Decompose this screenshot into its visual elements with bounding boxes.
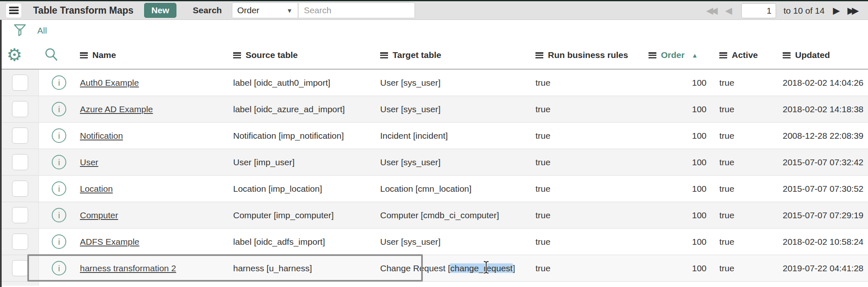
personalize-list-gear-icon[interactable]: ⚙: [7, 46, 22, 64]
row-checkbox[interactable]: [12, 260, 28, 276]
updated-cell: 2015-07-07 07:30:52: [779, 184, 868, 194]
hamburger-icon: [9, 7, 19, 8]
run-business-rules-cell: true: [535, 104, 648, 114]
row-checkbox[interactable]: [12, 154, 28, 170]
row-checkbox[interactable]: [12, 101, 28, 117]
search-label: Search: [193, 5, 222, 15]
info-icon[interactable]: i: [52, 155, 66, 169]
pagination: ◀◀ ◀ to 10 of 14 ▶ ▶▶: [705, 1, 860, 20]
row-checkbox[interactable]: [12, 207, 28, 223]
magnifier-icon: [44, 47, 59, 62]
source-table-cell: Notification [imp_notification]: [232, 131, 379, 141]
list-search-icon[interactable]: [44, 47, 59, 63]
search-column-selected-value: Order: [237, 5, 287, 15]
order-cell: 100: [648, 78, 711, 88]
target-table-cell: Change Request [change_request]: [379, 263, 535, 273]
row-checkbox[interactable]: [12, 75, 28, 91]
column-menu-icon: [783, 52, 791, 58]
search-input[interactable]: [298, 2, 415, 18]
updated-cell: 2018-02-02 14:04:26: [779, 78, 868, 88]
order-cell: 100: [648, 131, 711, 141]
list-header: Table Transform Maps New Search Order ▼ …: [0, 1, 868, 20]
page-title: Table Transform Maps: [33, 5, 133, 16]
info-icon[interactable]: i: [52, 75, 66, 90]
table-row: i Azure AD Example label [oidc_azure_ad_…: [2, 96, 868, 123]
target-table-cell: Incident [incident]: [379, 131, 535, 141]
record-link[interactable]: Computer: [80, 210, 118, 220]
target-table-cell: Computer [cmdb_ci_computer]: [379, 210, 535, 220]
record-link[interactable]: Location: [80, 184, 113, 193]
breadcrumb-all-link[interactable]: All: [37, 26, 47, 36]
column-menu-icon: [233, 52, 241, 58]
row-checkbox[interactable]: [12, 181, 28, 197]
order-cell: 100: [648, 210, 711, 220]
filter-funnel-icon[interactable]: [13, 24, 27, 38]
record-link[interactable]: Azure AD Example: [80, 104, 153, 114]
info-icon[interactable]: i: [52, 208, 66, 222]
order-cell: 100: [648, 237, 711, 247]
column-menu-icon: [380, 52, 388, 58]
column-header-run-business-rules[interactable]: Run business rules: [535, 50, 628, 60]
row-checkbox[interactable]: [12, 234, 28, 250]
table-row: i Computer Computer [imp_computer] Compu…: [2, 202, 868, 229]
target-table-cell: User [sys_user]: [379, 237, 535, 247]
column-menu-icon: [719, 52, 727, 58]
source-table-cell: label [oidc_azure_ad_import]: [232, 104, 379, 114]
record-link[interactable]: Notification: [80, 131, 123, 140]
search-column-select[interactable]: Order ▼: [232, 2, 298, 18]
sort-ascending-icon: ▲: [692, 52, 698, 59]
record-link[interactable]: Auth0 Example: [80, 78, 139, 87]
breadcrumb: All: [2, 20, 868, 41]
next-row-partial: [2, 282, 868, 286]
column-header-target-table[interactable]: Target table: [379, 50, 441, 60]
updated-cell: 2018-02-02 14:18:38: [779, 104, 868, 114]
record-link[interactable]: ADFS Example: [80, 237, 140, 246]
active-cell: true: [711, 104, 779, 114]
record-link[interactable]: User: [80, 157, 98, 167]
order-cell: 100: [648, 104, 711, 114]
info-icon[interactable]: i: [52, 128, 66, 143]
column-header-active[interactable]: Active: [711, 50, 758, 60]
info-icon[interactable]: i: [52, 234, 66, 249]
active-cell: true: [711, 131, 779, 141]
source-table-cell: label [oidc_auth0_import]: [232, 78, 379, 88]
info-icon[interactable]: i: [52, 181, 66, 196]
last-page-button[interactable]: ▶▶: [846, 5, 860, 16]
new-button[interactable]: New: [144, 3, 176, 18]
column-header-name[interactable]: Name: [79, 50, 116, 60]
info-icon[interactable]: i: [52, 102, 66, 116]
source-table-cell: User [imp_user]: [232, 157, 379, 167]
run-business-rules-cell: true: [535, 157, 648, 167]
active-cell: true: [711, 157, 779, 167]
order-cell: 100: [648, 157, 711, 167]
column-header-source-table[interactable]: Source table: [232, 50, 298, 60]
table-row: i Auth0 Example label [oidc_auth0_import…: [2, 70, 868, 96]
table-transform-maps-screen: Table Transform Maps New Search Order ▼ …: [0, 0, 868, 287]
run-business-rules-cell: true: [535, 78, 648, 88]
pagination-range-label: to 10 of 14: [784, 6, 825, 16]
selected-text: change_request: [450, 263, 513, 273]
next-page-button[interactable]: ▶: [832, 5, 841, 16]
table-row-selected: i harness transformation 2 harness [u_ha…: [2, 255, 868, 282]
page-number-input[interactable]: [741, 3, 776, 18]
info-icon[interactable]: i: [52, 261, 66, 275]
updated-cell: 2008-12-28 22:08:39: [779, 131, 868, 141]
updated-cell: 2018-02-02 10:58:24: [779, 237, 868, 247]
list-body: All ⚙ Name Source table Target table: [0, 20, 868, 287]
first-page-button[interactable]: ◀◀: [705, 5, 719, 16]
row-checkbox[interactable]: [12, 128, 28, 144]
column-header-order[interactable]: Order ▲: [648, 50, 698, 60]
table-rows: i Auth0 Example label [oidc_auth0_import…: [2, 70, 868, 286]
target-table-cell: User [sys_user]: [379, 104, 535, 114]
active-cell: true: [711, 263, 779, 273]
hamburger-menu-button[interactable]: [5, 3, 22, 18]
column-header-updated[interactable]: Updated: [779, 50, 830, 60]
run-business-rules-cell: true: [535, 184, 648, 194]
record-link[interactable]: harness transformation 2: [80, 263, 176, 273]
run-business-rules-cell: true: [535, 237, 648, 247]
column-menu-icon: [649, 52, 656, 58]
column-menu-icon: [535, 52, 543, 58]
active-cell: true: [711, 78, 779, 88]
previous-page-button[interactable]: ◀: [724, 5, 733, 16]
target-table-cell: User [sys_user]: [379, 78, 535, 88]
